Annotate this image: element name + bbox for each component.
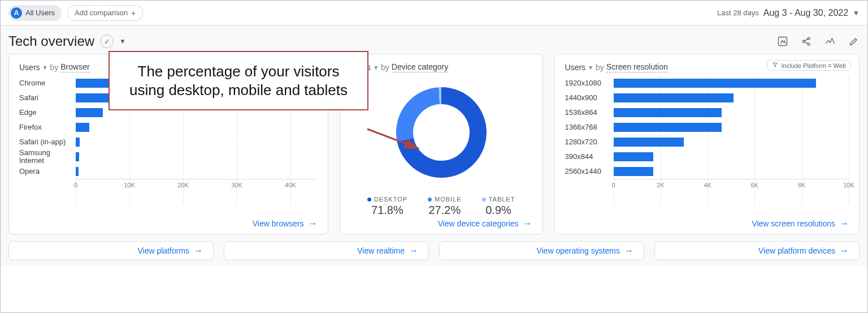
metric-label: Users bbox=[565, 63, 586, 72]
legend-value: 0.9% bbox=[482, 204, 515, 217]
bar-label: 1536x864 bbox=[565, 109, 614, 117]
card-platform-devices: View platform devices → bbox=[654, 241, 860, 260]
filter-bar: A All Users Add comparison + Last 28 day… bbox=[1, 1, 867, 25]
metric-label: Users bbox=[19, 63, 40, 72]
by-label: by bbox=[381, 63, 389, 72]
chevron-down-icon: ▼ bbox=[373, 65, 379, 71]
date-info-label: Last 28 days bbox=[717, 8, 759, 17]
include-filter-chip[interactable]: Include Platform = Web bbox=[767, 60, 851, 71]
bar-row[interactable]: Firefox bbox=[19, 120, 318, 135]
axis-tick: 0 bbox=[74, 179, 77, 188]
by-label: by bbox=[596, 63, 604, 72]
view-link-label: View screen resolutions bbox=[752, 219, 835, 228]
bar-row[interactable]: Safari (in-app) bbox=[19, 135, 318, 149]
legend-value: 71.8% bbox=[367, 204, 407, 217]
bar-label: Chrome bbox=[19, 79, 76, 87]
date-range-picker[interactable]: Last 28 days Aug 3 - Aug 30, 2022 ▼ bbox=[717, 8, 860, 18]
card-operating-systems: View operating systems → bbox=[439, 241, 644, 260]
view-browsers-link[interactable]: View browsers → bbox=[253, 219, 318, 228]
chevron-down-icon: ▼ bbox=[42, 65, 48, 71]
view-link-label: View realtime bbox=[357, 246, 405, 255]
view-platforms-link[interactable]: View platforms → bbox=[137, 246, 203, 255]
card-device-title[interactable]: Users ▼ by Device category bbox=[350, 62, 532, 72]
legend-item[interactable]: TABLET0.9% bbox=[482, 196, 515, 217]
add-comparison-label: Add comparison bbox=[75, 8, 128, 17]
insights-badge-icon[interactable]: ✓ bbox=[100, 35, 114, 48]
svg-point-4 bbox=[808, 43, 810, 45]
annotation-arrow-icon bbox=[367, 129, 435, 159]
add-comparison-button[interactable]: Add comparison + bbox=[67, 5, 143, 21]
svg-line-0 bbox=[367, 129, 418, 148]
bar-row[interactable]: 390x844 bbox=[565, 149, 849, 164]
date-range-label: Aug 3 - Aug 30, 2022 bbox=[763, 8, 848, 18]
view-screen-resolutions-link[interactable]: View screen resolutions → bbox=[752, 219, 849, 228]
bar-row[interactable]: 1366x768 bbox=[565, 120, 849, 135]
legend-item[interactable]: MOBILE27.2% bbox=[428, 196, 462, 217]
header-actions bbox=[777, 36, 860, 47]
bar-label: Opera bbox=[19, 168, 76, 175]
view-link-label: View operating systems bbox=[536, 246, 620, 255]
view-operating-systems-link[interactable]: View operating systems → bbox=[536, 246, 633, 255]
view-link-label: View browsers bbox=[253, 219, 304, 228]
by-label: by bbox=[50, 63, 58, 72]
bottom-cards-row: View platforms → View realtime → View op… bbox=[1, 238, 867, 266]
legend-label: TABLET bbox=[489, 196, 515, 203]
segment-chip-all-users[interactable]: A All Users bbox=[8, 5, 62, 21]
dimension-label: Browser bbox=[60, 62, 89, 72]
axis-tick: 0 bbox=[612, 179, 615, 188]
bar-row[interactable]: Opera bbox=[19, 164, 318, 179]
axis-tick: 40K bbox=[285, 179, 296, 188]
svg-point-2 bbox=[802, 40, 805, 42]
bar-label: Safari (in-app) bbox=[19, 138, 76, 146]
axis-tick: 20K bbox=[177, 179, 189, 188]
bar-label: Firefox bbox=[19, 123, 76, 131]
view-link-label: View device categories bbox=[438, 219, 519, 228]
legend-dot-icon bbox=[367, 198, 371, 201]
bar-row[interactable]: 1536x864 bbox=[565, 105, 849, 120]
legend-label: MOBILE bbox=[435, 196, 462, 203]
axis-tick: 8K bbox=[798, 179, 805, 188]
legend-value: 27.2% bbox=[428, 204, 462, 217]
include-chip-label: Include Platform = Web bbox=[782, 62, 846, 69]
resolution-bar-chart: 1920x10801440x9001536x8641366x7681280x72… bbox=[565, 76, 849, 217]
page-title-text: Tech overview bbox=[8, 33, 94, 49]
dimension-label: Device category bbox=[392, 62, 448, 72]
view-realtime-link[interactable]: View realtime → bbox=[357, 246, 418, 255]
axis-tick: 30K bbox=[231, 179, 242, 188]
bar-row[interactable]: 2560x1440 bbox=[565, 164, 849, 179]
annotation-callout: The percentage of your visitors using de… bbox=[108, 51, 368, 110]
axis-tick: 6K bbox=[751, 179, 758, 188]
legend-item[interactable]: DESKTOP71.8% bbox=[367, 196, 407, 217]
bar-label: 1440x900 bbox=[565, 94, 614, 102]
axis-tick: 10K bbox=[843, 179, 854, 188]
chevron-down-icon: ▼ bbox=[853, 9, 860, 17]
axis-tick: 4K bbox=[704, 179, 711, 188]
axis-tick: 10K bbox=[124, 179, 135, 188]
view-platform-devices-link[interactable]: View platform devices → bbox=[758, 246, 849, 255]
customize-report-icon[interactable] bbox=[777, 36, 788, 47]
bar-row[interactable]: 1920x1080 bbox=[565, 76, 849, 91]
legend-label: DESKTOP bbox=[374, 196, 407, 203]
insights-icon[interactable] bbox=[824, 36, 836, 47]
chevron-down-icon[interactable]: ▼ bbox=[119, 37, 126, 45]
svg-point-3 bbox=[808, 37, 810, 40]
view-device-categories-link[interactable]: View device categories → bbox=[438, 219, 532, 228]
view-link-label: View platforms bbox=[137, 246, 189, 255]
bar-label: 1920x1080 bbox=[565, 79, 614, 87]
bar-label: Samsung Internet bbox=[19, 149, 76, 165]
segment-chip-letter: A bbox=[11, 7, 22, 19]
annotation-text: The percentage of your visitors using de… bbox=[129, 63, 348, 98]
bar-label: 390x844 bbox=[565, 153, 614, 161]
bar-row[interactable]: 1280x720 bbox=[565, 135, 849, 149]
bar-row[interactable]: Samsung Internet bbox=[19, 149, 318, 164]
bar-row[interactable]: 1440x900 bbox=[565, 91, 849, 105]
segment-chip-label: All Users bbox=[25, 8, 55, 17]
card-platforms: View platforms → bbox=[8, 241, 214, 260]
page-title: Tech overview ✓ ▼ bbox=[8, 33, 126, 49]
edit-icon[interactable] bbox=[848, 36, 860, 47]
axis-tick: 2K bbox=[657, 179, 664, 188]
share-icon[interactable] bbox=[801, 36, 812, 47]
legend-dot-icon bbox=[482, 198, 486, 201]
filter-icon bbox=[772, 62, 778, 69]
page-header: Tech overview ✓ ▼ bbox=[1, 25, 867, 54]
